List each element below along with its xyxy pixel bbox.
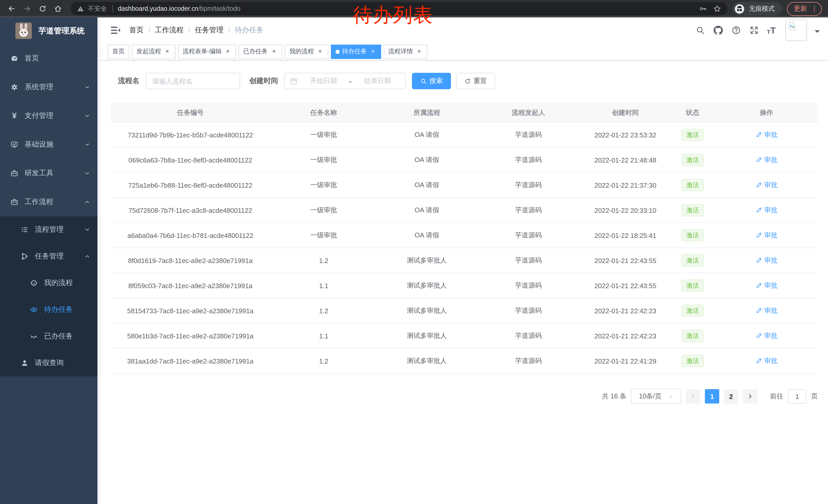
cell-action: 审批 [715,147,818,173]
cell-name: 1.1 [270,323,378,349]
goto-page-input[interactable] [788,389,806,404]
sidebar-item-4[interactable]: 研发工具 [0,159,100,188]
browser-menu-icon[interactable] [811,5,818,12]
breadcrumb-item-0[interactable]: 首页 [129,26,143,35]
status-badge: 激活 [681,179,704,191]
chevron-up-icon [84,253,90,260]
edit-pencil-icon [755,156,762,163]
end-date-placeholder[interactable]: 结束日期 [355,77,400,86]
tab-6[interactable]: 流程详情× [384,44,427,59]
sidebar-item-label: 请假查询 [35,358,64,368]
sidebar-item-2[interactable]: ¥支付管理 [0,101,100,130]
tab-2[interactable]: 流程表单-编辑× [178,44,236,59]
tab-0[interactable]: 首页 [108,44,129,59]
cell-status: 激活 [670,198,715,223]
tab-close-icon[interactable]: × [416,48,423,55]
approve-link[interactable]: 审批 [755,331,778,340]
prev-page-button[interactable] [686,389,700,404]
tab-close-icon[interactable]: × [164,48,171,55]
sidebar-item-0[interactable]: 首页 [0,44,100,73]
breadcrumb-item-2[interactable]: 任务管理 [195,26,224,35]
sidebar-item-9[interactable]: 待办任务 [0,296,100,323]
security-label[interactable]: 不安全 [88,4,107,13]
cell-created: 2022-01-22 18:25:41 [581,223,670,248]
browser-update-button[interactable]: 更新 [787,2,822,16]
edit-pencil-icon [755,307,762,314]
approve-link[interactable]: 审批 [755,256,778,265]
sidebar-item-1[interactable]: 系统管理 [0,73,100,101]
sidebar-item-10[interactable]: 已办任务 [0,323,100,350]
navbar: 首页/工作流程/任务管理/待办任务 TT [100,17,828,43]
bookmark-star-icon[interactable] [713,5,721,13]
reset-button[interactable]: 重置 [456,73,495,89]
chevron-down-icon [84,84,90,90]
avatar[interactable] [785,19,807,41]
next-page-button[interactable] [743,389,757,404]
sidebar-logo-row[interactable]: 芋道管理系统 [0,17,100,44]
sidebar-item-label: 基础设施 [25,140,53,149]
start-date-placeholder[interactable]: 开始日期 [301,77,346,86]
sidebar-item-3[interactable]: 基础设施 [0,130,100,159]
sidebar-item-5[interactable]: 工作流程 [0,188,100,216]
tab-1[interactable]: 发起流程× [132,44,175,59]
sidebar-item-6[interactable]: 流程管理 [0,216,100,243]
help-icon[interactable] [731,25,741,35]
approve-link[interactable]: 审批 [755,231,778,240]
cell-created: 2022-01-21 22:42:23 [581,298,670,323]
search-icon[interactable] [695,25,705,35]
cell-initiator: 芋道源码 [476,198,581,223]
tab-5[interactable]: 待办任务× [331,44,381,59]
cell-status: 激活 [670,248,715,273]
approve-link[interactable]: 审批 [755,356,778,366]
approve-link[interactable]: 审批 [755,306,778,315]
process-name-input[interactable] [146,73,240,89]
main-area: 首页/工作流程/任务管理/待办任务 TT 首页发起流程×流程表单-编辑×已办任务… [100,17,828,504]
password-key-icon[interactable] [699,5,707,13]
browser-back-button[interactable] [4,2,19,16]
font-size-icon[interactable]: TT [767,26,776,35]
browser-reload-button[interactable] [35,2,50,16]
eye-icon [30,306,38,314]
cell-process: OA 请假 [378,223,476,248]
avatar-dropdown-caret[interactable] [815,30,820,35]
table-row: 725a1eb6-7b88-11ec-8ef0-acde48001122一级审批… [111,173,818,198]
sidebar-item-7[interactable]: 任务管理 [0,243,100,270]
tab-close-icon[interactable]: × [317,48,324,55]
browser-forward-button[interactable] [19,2,35,16]
edit-pencil-icon [755,182,762,188]
page-size-select[interactable]: 10条/页 [631,388,681,404]
sidebar-item-11[interactable]: 请假查询 [0,350,100,376]
tab-4[interactable]: 我的流程× [285,44,328,59]
update-label[interactable]: 更新 [794,4,807,13]
search-button-icon [420,78,427,84]
tab-3[interactable]: 已办任务× [239,44,282,59]
approve-link[interactable]: 审批 [755,130,778,139]
browser-home-button[interactable] [50,2,66,16]
breadcrumb-item-1[interactable]: 工作流程 [155,26,184,35]
approve-link[interactable]: 审批 [755,205,778,215]
tab-close-icon[interactable]: × [271,48,278,55]
page-button-1[interactable]: 1 [705,389,719,404]
sidebar-item-label: 研发工具 [25,169,53,178]
fullscreen-icon[interactable] [749,25,759,35]
date-range-picker[interactable]: 开始日期 - 结束日期 [284,73,406,89]
briefcase-icon [10,198,18,206]
search-button[interactable]: 搜索 [412,73,451,89]
sidebar-scrollbar[interactable] [97,17,100,504]
cell-id: 8f0d1619-7ac8-11ec-a9e2-a2380e71991a [111,248,270,273]
cell-initiator: 芋道源码 [476,323,581,349]
tab-close-icon[interactable]: × [224,48,232,55]
sidebar-collapse-icon[interactable] [110,25,121,36]
approve-link[interactable]: 审批 [755,281,778,290]
date-range-separator: - [349,77,352,85]
cell-created: 2022-01-22 23:53:32 [581,122,670,147]
dashboard-icon [10,54,18,62]
sidebar-item-8[interactable]: 我的流程 [0,270,100,296]
tab-close-icon[interactable]: × [369,48,377,55]
github-icon[interactable] [713,25,723,35]
page-button-2[interactable]: 2 [724,389,738,404]
approve-link[interactable]: 审批 [755,155,778,165]
incognito-icon [734,3,745,14]
approve-link[interactable]: 审批 [755,180,778,190]
status-badge: 激活 [681,279,704,292]
